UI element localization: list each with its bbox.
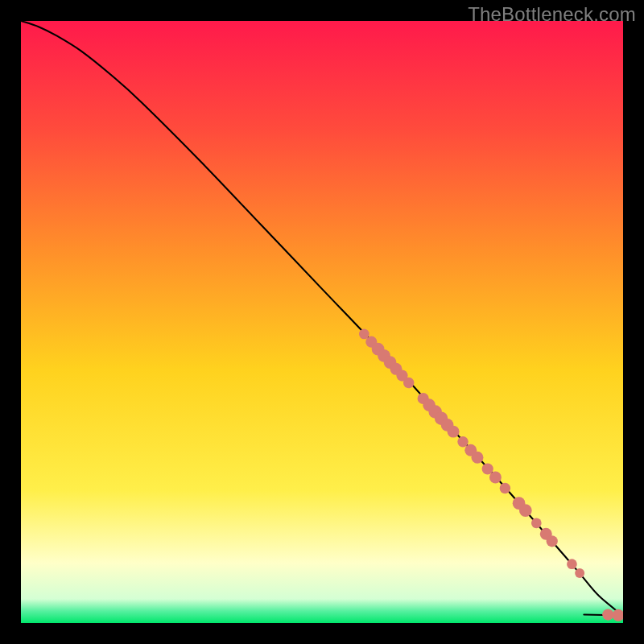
gradient-background [21, 21, 623, 623]
data-point [567, 559, 577, 569]
chart-stage: TheBottleneck.com [0, 0, 644, 644]
data-point [448, 426, 460, 438]
data-point [489, 472, 502, 484]
data-point [602, 609, 613, 620]
data-point [457, 436, 468, 447]
data-point [472, 452, 484, 464]
plot-area [21, 21, 623, 623]
data-point [519, 504, 532, 517]
plot-svg [21, 21, 623, 623]
data-point [500, 483, 510, 493]
data-point [403, 378, 414, 388]
data-point [531, 518, 542, 528]
data-point [575, 568, 584, 578]
data-point [547, 535, 558, 547]
